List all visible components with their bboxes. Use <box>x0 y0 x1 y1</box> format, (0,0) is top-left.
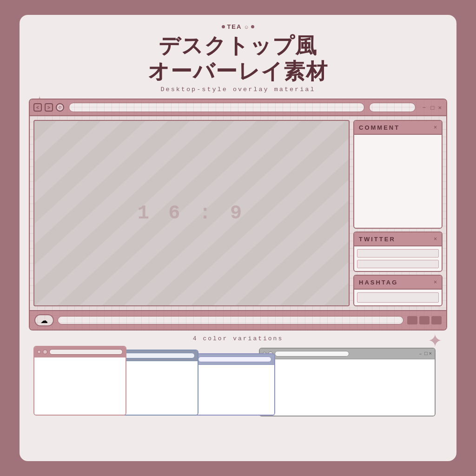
comment-close-button[interactable]: × <box>434 124 437 131</box>
var3-urlbar[interactable] <box>198 357 271 362</box>
var1-urlbar[interactable] <box>49 349 123 355</box>
taskbar-square-3 <box>431 316 442 324</box>
comment-titlebar: COMMENT × <box>354 121 442 135</box>
variation-1 <box>33 346 126 416</box>
variation-4: － □ × <box>259 348 436 416</box>
var2-urlbar[interactable] <box>121 353 195 358</box>
twitter-close-button[interactable]: × <box>434 236 437 242</box>
comment-title: COMMENT <box>359 124 400 131</box>
main-title-english: Desktop-style overlay material <box>160 86 315 93</box>
var1-body <box>34 357 126 415</box>
var4-win-controls: － □ × <box>418 350 432 357</box>
var1-titlebar <box>34 347 126 357</box>
taskbar-square-1 <box>407 316 417 324</box>
var1-dot2 <box>43 350 47 354</box>
window-controls: － □ × <box>420 103 443 112</box>
brand-bar: TEA ☺ <box>222 23 254 30</box>
twitter-row-2 <box>357 260 439 268</box>
var4-titlebar: － □ × <box>260 349 435 359</box>
search-bar[interactable] <box>369 103 416 112</box>
hashtag-panel: HASHTAG × <box>353 275 443 306</box>
brand-name: TEA <box>227 23 242 30</box>
variations-row: － □ × <box>29 346 447 418</box>
hashtag-title: HASHTAG <box>359 279 398 286</box>
taskbar-squares <box>407 316 442 324</box>
twitter-panel: TWITTER × <box>353 231 443 272</box>
hashtag-close-button[interactable]: × <box>434 279 437 285</box>
taskbar: ☁ <box>30 310 446 330</box>
title-line1: デスクトップ風 <box>148 33 328 59</box>
hashtag-content <box>354 290 442 305</box>
cloud-icon: ☁ <box>34 314 54 326</box>
hashtag-titlebar: HASHTAG × <box>354 276 442 290</box>
twitter-title: TWITTER <box>359 236 396 243</box>
twitter-titlebar: TWITTER × <box>354 232 442 246</box>
content-preview-area: 1 6 : 9 <box>33 120 350 306</box>
right-panel: COMMENT × TWITTER × <box>353 120 443 306</box>
brand-dot-left <box>222 25 225 28</box>
taskbar-progress-bar <box>58 316 403 324</box>
brand-icon: ☺ <box>244 24 249 30</box>
twitter-content <box>354 246 442 271</box>
var4-nav <box>263 351 349 357</box>
back-button[interactable]: < <box>33 103 42 112</box>
browser-body: 1 6 : 9 COMMENT × TWITTER × <box>30 116 446 310</box>
variations-label: 4 color variations <box>193 335 283 342</box>
comment-panel: COMMENT × <box>353 120 443 229</box>
var4-maximize[interactable]: □ <box>424 350 428 357</box>
hashtag-row-1 <box>357 292 439 303</box>
url-bar[interactable] <box>69 103 364 112</box>
main-browser-window: < > ⏱ － □ × <box>29 99 447 331</box>
forward-button[interactable]: > <box>45 103 53 112</box>
var4-minimize[interactable]: － <box>418 350 423 357</box>
var4-urlbar[interactable] <box>275 351 349 357</box>
close-button[interactable]: × <box>437 104 443 111</box>
outer-card: ✦ ✦ ✦ ✦ TEA ☺ デスクトップ風 オーバーレイ素材 Desktop-s… <box>20 15 456 461</box>
var1-dot <box>37 350 41 354</box>
var4-close[interactable]: × <box>429 350 432 357</box>
clock-icon: ⏱ <box>56 103 64 112</box>
taskbar-square-2 <box>419 316 430 324</box>
title-line2: オーバーレイ素材 <box>148 59 328 84</box>
browser-titlebar: < > ⏱ － □ × <box>30 99 446 116</box>
comment-content <box>354 135 442 228</box>
main-title-japanese: デスクトップ風 オーバーレイ素材 <box>148 33 328 84</box>
twitter-row-1 <box>357 249 439 258</box>
brand-dot-right <box>251 25 254 28</box>
maximize-button[interactable]: □ <box>430 104 436 111</box>
ratio-label: 1 6 : 9 <box>138 202 245 225</box>
var4-body <box>260 359 435 416</box>
minimize-button[interactable]: － <box>420 103 428 112</box>
